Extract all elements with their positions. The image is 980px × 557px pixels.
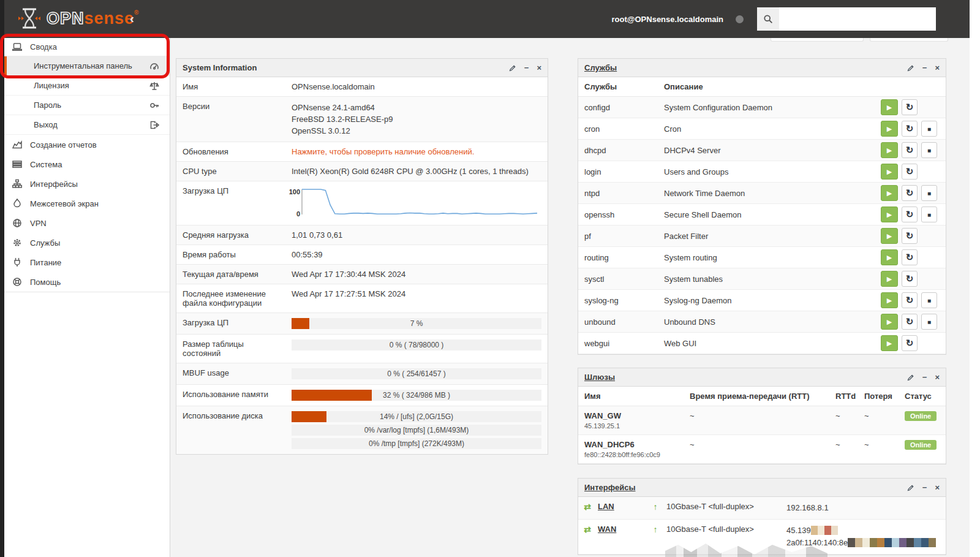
edit-icon[interactable] — [907, 64, 914, 72]
service-description: Syslog-ng Daemon — [658, 296, 881, 305]
mbuf-usage-bar: 0 % ( 254/61457 ) — [292, 368, 541, 379]
edit-icon[interactable] — [509, 64, 516, 72]
close-icon[interactable]: × — [935, 64, 940, 72]
swap-arrows-icon[interactable]: ⇄ — [578, 502, 597, 512]
service-restart-button[interactable]: ↻ — [902, 249, 918, 265]
ring-icon — [12, 277, 23, 287]
service-name: pf — [578, 232, 658, 241]
service-restart-button[interactable]: ↻ — [902, 99, 918, 115]
service-start-button[interactable]: ▶ — [881, 271, 898, 287]
sidebar-item-plug[interactable]: Питание — [4, 252, 170, 272]
service-restart-button[interactable]: ↻ — [902, 228, 918, 244]
sidebar-item-chart[interactable]: Создание отчетов — [4, 135, 170, 154]
service-row: login Users and Groups ▶ ↻ — [578, 161, 946, 183]
logged-in-user[interactable]: root@OPNsense.localdomain — [612, 15, 723, 24]
panel-title-link[interactable]: Службы — [584, 63, 617, 72]
service-start-button[interactable]: ▶ — [881, 185, 898, 201]
sidebar-item-gear[interactable]: Службы — [4, 233, 170, 252]
service-start-button[interactable]: ▶ — [881, 335, 898, 351]
service-start-button[interactable]: ▶ — [881, 99, 898, 115]
service-stop-button[interactable]: ■ — [921, 314, 937, 330]
service-restart-button[interactable]: ↻ — [902, 121, 918, 137]
collapse-icon[interactable]: − — [922, 483, 927, 491]
service-description: Packet Filter — [658, 232, 881, 241]
service-stop-button[interactable]: ■ — [921, 292, 937, 308]
gateway-rttd: ~ — [829, 435, 858, 463]
col-header-name: Имя — [578, 387, 684, 406]
close-icon[interactable]: × — [537, 64, 541, 72]
check-updates-link[interactable]: Нажмите, чтобы проверить наличие обновле… — [292, 147, 474, 156]
redacted-block — [929, 538, 936, 547]
sidebar-item-ring[interactable]: Помощь — [4, 272, 170, 292]
collapse-icon[interactable]: − — [922, 64, 927, 72]
laptop-icon — [12, 42, 23, 52]
service-restart-button[interactable]: ↻ — [902, 142, 918, 158]
system-icon — [12, 159, 23, 170]
sidebar-item-globe[interactable]: VPN — [4, 213, 170, 233]
search-input[interactable] — [779, 7, 936, 31]
service-name: unbound — [578, 317, 658, 327]
interface-name-link[interactable]: LAN — [597, 502, 644, 511]
row-label: Имя — [176, 77, 285, 96]
redacted-block — [848, 538, 855, 547]
service-restart-button[interactable]: ↻ — [902, 292, 918, 308]
service-stop-button[interactable]: ■ — [921, 121, 937, 137]
sidebar-item-system[interactable]: Система — [4, 154, 170, 174]
swap-arrows-icon[interactable]: ⇄ — [578, 525, 597, 534]
sidebar-collapse-chevron-icon[interactable]: ‹ — [130, 11, 134, 26]
service-restart-button[interactable]: ↻ — [902, 207, 918, 222]
row-label: CPU type — [176, 162, 285, 181]
service-description: Cron — [658, 124, 881, 134]
col-header-service: Службы — [578, 77, 658, 96]
interface-row: ⇄ LAN ↑ 10Gbase-T <full-duplex> 192.168.… — [578, 497, 946, 520]
service-start-button[interactable]: ▶ — [881, 292, 898, 308]
collapse-icon[interactable]: − — [524, 64, 529, 72]
globe-icon — [12, 218, 23, 229]
sidebar-sub-item-gauge[interactable]: Инструментальная панель — [4, 56, 170, 76]
service-restart-button[interactable]: ↻ — [902, 335, 918, 351]
service-restart-button[interactable]: ↻ — [902, 164, 918, 180]
service-stop-button[interactable]: ■ — [921, 207, 937, 222]
panel-title-link[interactable]: Шлюзы — [584, 373, 615, 382]
service-start-button[interactable]: ▶ — [881, 164, 898, 180]
edit-icon[interactable] — [907, 374, 914, 381]
collapse-icon[interactable]: − — [922, 373, 927, 381]
disk-usage-bar: 0% /var/log [tmpfs] (1,6M/493M) — [292, 425, 541, 436]
service-start-button[interactable]: ▶ — [881, 142, 898, 158]
sidebar-sub-item-key[interactable]: Пароль — [4, 96, 170, 115]
redacted-block — [818, 526, 824, 535]
top-header: OPNsense® ‹ root@OPNsense.localdomain — [0, 0, 970, 38]
redacted-block — [884, 538, 892, 547]
service-name: routing — [578, 253, 658, 262]
service-stop-button[interactable]: ■ — [921, 185, 937, 201]
service-name: dhcpd — [578, 146, 658, 155]
service-start-button[interactable]: ▶ — [881, 314, 898, 330]
redacted-block — [877, 538, 884, 547]
close-icon[interactable]: × — [935, 483, 940, 491]
sidebar-item-lobby[interactable]: Сводка — [4, 38, 170, 56]
service-start-button[interactable]: ▶ — [881, 228, 898, 244]
service-stop-button[interactable]: ■ — [921, 142, 937, 158]
service-start-button[interactable]: ▶ — [881, 249, 898, 265]
gauge-icon — [149, 61, 160, 72]
interface-name-link[interactable]: WAN — [597, 525, 644, 534]
gateway-address: 45.139.25.1 — [584, 422, 677, 430]
service-restart-button[interactable]: ↻ — [902, 271, 918, 287]
sidebar-sub-item-signout[interactable]: Выход — [4, 115, 170, 135]
close-icon[interactable]: × — [935, 373, 940, 381]
sidebar-item-sitemap[interactable]: Интерфейсы — [4, 174, 170, 194]
service-start-button[interactable]: ▶ — [881, 121, 898, 137]
service-name: login — [578, 167, 658, 176]
system-information-panel: System Information − × Имя OPNsense.loca… — [176, 58, 548, 455]
sidebar-item-fire[interactable]: Межсетевой экран — [4, 194, 170, 213]
panel-title: System Information — [183, 63, 257, 72]
row-label: Средняя нагрузка — [176, 225, 285, 244]
service-row: openssh Secure Shell Daemon ▶ ↻ ■ — [578, 204, 946, 225]
sidebar-sub-item-scale[interactable]: Лицензия — [4, 76, 170, 96]
service-restart-button[interactable]: ↻ — [902, 314, 918, 330]
panel-title-link[interactable]: Интерфейсы — [584, 483, 636, 492]
service-restart-button[interactable]: ↻ — [902, 185, 918, 201]
opnsense-logo[interactable]: OPNsense® — [17, 7, 139, 29]
service-start-button[interactable]: ▶ — [881, 207, 898, 222]
edit-icon[interactable] — [907, 484, 914, 491]
